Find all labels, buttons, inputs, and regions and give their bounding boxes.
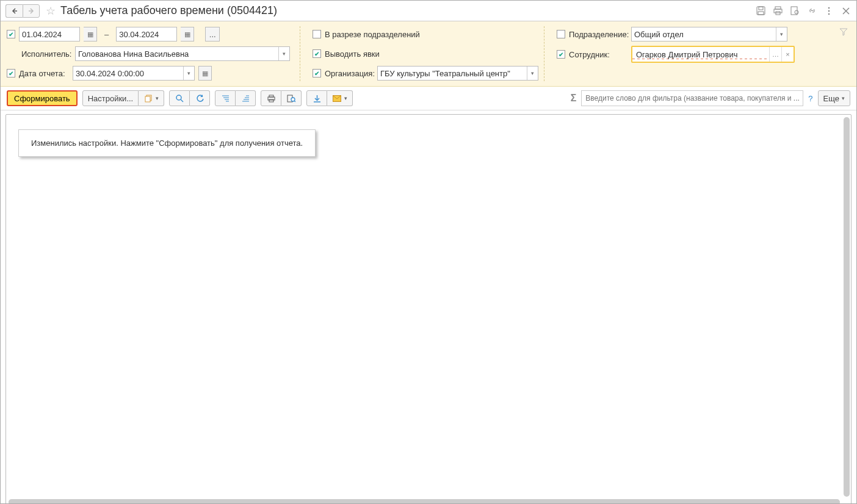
- emp-clear-button[interactable]: ×: [781, 47, 794, 62]
- help-icon[interactable]: ?: [808, 94, 812, 103]
- report-date-picker-button[interactable]: ▦: [198, 66, 212, 81]
- svg-line-18: [181, 99, 183, 102]
- collapse-icon: [240, 95, 250, 103]
- sigma-icon[interactable]: Σ: [571, 93, 577, 104]
- svg-line-32: [294, 101, 295, 102]
- toolbar: Сформировать Настройки... ▾: [1, 87, 856, 110]
- nav-back-button[interactable]: [5, 4, 23, 18]
- dept-checkbox[interactable]: [557, 30, 565, 38]
- org-checkbox[interactable]: [313, 69, 321, 77]
- date-to-picker-button[interactable]: ▦: [181, 27, 194, 41]
- chevron-down-icon: ▾: [842, 95, 845, 101]
- expand-all-button[interactable]: [215, 90, 236, 106]
- report-area: Изменились настройки. Нажмите "Сформиров…: [5, 114, 852, 504]
- chevron-down-icon: ▾: [344, 95, 347, 101]
- download-icon: [312, 95, 322, 103]
- print-preview-icon: [286, 95, 296, 103]
- calendar-icon: ▦: [202, 70, 208, 77]
- preview-icon[interactable]: [789, 5, 800, 16]
- svg-rect-16: [145, 96, 150, 102]
- calendar-icon: ▦: [87, 31, 93, 38]
- svg-rect-4: [758, 12, 764, 15]
- performer-value: Голованова Нина Васильевна: [78, 49, 189, 59]
- refresh-icon: [195, 95, 204, 103]
- print-icon: [266, 95, 276, 103]
- org-label: Организация:: [325, 69, 374, 78]
- date-to-input[interactable]: 30.04.2024: [116, 27, 177, 41]
- mail-icon: [332, 95, 342, 102]
- favorite-star-icon[interactable]: ☆: [45, 4, 57, 18]
- find-button[interactable]: [169, 90, 190, 106]
- page-title: Табель учета рабочего времени (0504421): [60, 4, 755, 17]
- performer-label: Исполнитель:: [21, 49, 71, 59]
- collapse-all-button[interactable]: [236, 90, 256, 106]
- svg-point-10: [828, 7, 830, 9]
- more-menu-icon[interactable]: [823, 5, 834, 16]
- emp-input[interactable]: [632, 50, 769, 59]
- period-checkbox[interactable]: [7, 30, 15, 38]
- title-bar: ☆ Табель учета рабочего времени (0504421…: [1, 1, 856, 21]
- save-icon[interactable]: [755, 5, 766, 16]
- arrow-left-icon: [12, 8, 18, 14]
- link-icon[interactable]: [806, 5, 817, 16]
- filter-funnel-icon[interactable]: [839, 27, 848, 36]
- print-icon[interactable]: [772, 5, 783, 16]
- email-button[interactable]: ▾: [327, 90, 353, 106]
- info-message-text: Изменились настройки. Нажмите "Сформиров…: [31, 139, 303, 148]
- settings-variants-button[interactable]: ▾: [139, 90, 164, 106]
- dept-value: Общий отдел: [634, 30, 684, 39]
- org-value: ГБУ культуры "Театральный центр": [380, 69, 510, 78]
- arrow-right-icon: [28, 8, 34, 14]
- emp-label: Сотрудник:: [569, 50, 627, 59]
- dropdown-icon[interactable]: ▾: [183, 67, 194, 80]
- svg-rect-3: [759, 7, 763, 10]
- date-from-input[interactable]: 01.04.2024: [19, 27, 80, 41]
- filter-input[interactable]: [581, 90, 803, 106]
- chevron-down-icon: ▾: [156, 95, 159, 101]
- refresh-button[interactable]: [190, 90, 210, 106]
- generate-button[interactable]: Сформировать: [7, 90, 78, 106]
- svg-rect-6: [774, 9, 782, 13]
- info-message: Изменились настройки. Нажмите "Сформиров…: [18, 129, 316, 157]
- emp-select-button[interactable]: …: [769, 47, 781, 62]
- more-button[interactable]: Еще▾: [818, 90, 850, 106]
- show-attendance-checkbox[interactable]: [313, 49, 321, 58]
- svg-point-9: [795, 10, 798, 14]
- svg-rect-5: [775, 7, 781, 9]
- report-date-input[interactable]: 30.04.2024 0:00:00 ▾: [73, 66, 195, 81]
- dropdown-icon[interactable]: ▾: [278, 47, 289, 60]
- print-button[interactable]: [261, 90, 281, 106]
- print-preview-button[interactable]: [281, 90, 302, 106]
- calendar-icon: ▦: [184, 31, 190, 38]
- date-range-dash: –: [101, 30, 112, 39]
- show-attendance-label: Выводить явки: [325, 49, 380, 59]
- report-date-value: 30.04.2024 0:00:00: [76, 69, 144, 78]
- expand-icon: [220, 95, 230, 103]
- report-date-label: Дата отчета:: [19, 69, 69, 78]
- filter-panel: 01.04.2024 ▦ – 30.04.2024 ▦ ... Исполнит…: [1, 21, 856, 87]
- settings-button[interactable]: Настройки...: [82, 90, 139, 106]
- close-icon[interactable]: [841, 5, 852, 16]
- dropdown-icon[interactable]: ▾: [776, 27, 787, 41]
- dept-combo[interactable]: Общий отдел ▾: [631, 27, 787, 41]
- vertical-scrollbar[interactable]: [844, 117, 850, 497]
- copy-icon: [143, 95, 153, 103]
- horizontal-scrollbar[interactable]: [9, 499, 840, 504]
- nav-forward-button[interactable]: [23, 4, 40, 18]
- split-dept-checkbox[interactable]: [313, 30, 321, 38]
- org-combo[interactable]: ГБУ культуры "Театральный центр" ▾: [377, 66, 538, 81]
- dept-label: Подразделение:: [569, 30, 627, 39]
- emp-input-wrap: … ×: [631, 46, 795, 63]
- search-icon: [175, 95, 184, 103]
- emp-checkbox[interactable]: [557, 50, 565, 59]
- svg-point-11: [828, 10, 830, 12]
- svg-point-17: [176, 95, 181, 100]
- dropdown-icon[interactable]: ▾: [527, 67, 538, 80]
- date-from-picker-button[interactable]: ▦: [84, 27, 97, 41]
- split-dept-label: В разрезе подразделений: [325, 30, 420, 39]
- performer-combo[interactable]: Голованова Нина Васильевна ▾: [75, 46, 290, 61]
- svg-point-12: [828, 13, 830, 15]
- export-button[interactable]: [306, 90, 327, 106]
- report-date-checkbox[interactable]: [7, 69, 15, 77]
- period-more-button[interactable]: ...: [205, 27, 220, 41]
